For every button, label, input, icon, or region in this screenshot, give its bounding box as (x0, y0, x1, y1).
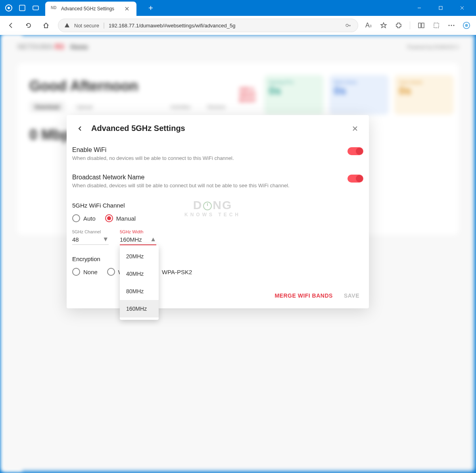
enable-wifi-desc: When disabled, no devices will be able t… (72, 155, 347, 161)
svg-point-13 (465, 24, 468, 27)
channel-select[interactable]: 5GHz Channel 48 ▼ (72, 229, 109, 245)
tab-close-icon[interactable] (125, 6, 131, 12)
address-field[interactable]: Not secure | 192.168.77.1/dumaweb/#webse… (58, 19, 358, 32)
screenshot-icon[interactable] (432, 21, 440, 29)
broadcast-desc: When disabled, devices will still be abl… (72, 183, 347, 188)
maximize-button[interactable] (432, 2, 450, 14)
svg-point-1 (8, 7, 10, 9)
broadcast-title: Broadcast Network Name (72, 174, 347, 181)
app-icon (5, 4, 13, 12)
modal-close-button[interactable] (351, 124, 359, 133)
broadcast-setting: Broadcast Network Name When disabled, de… (72, 169, 363, 196)
svg-rect-4 (439, 6, 442, 10)
password-icon[interactable] (344, 21, 352, 29)
channel-auto-radio[interactable]: Auto (72, 214, 96, 222)
width-select-label: 5GHz Width (120, 229, 156, 234)
favorite-icon[interactable] (380, 21, 388, 29)
tab-title: Advanced 5GHz Settings (61, 6, 121, 12)
browser-titlebar: ND Advanced 5GHz Settings (0, 0, 476, 16)
tab-favicon: ND (51, 6, 57, 12)
svg-rect-8 (434, 23, 439, 28)
encryption-none-radio[interactable]: None (72, 268, 98, 276)
svg-point-5 (346, 24, 348, 27)
modal-title: Advanced 5GHz Settings (91, 124, 185, 133)
radio-circle-icon (105, 214, 113, 222)
svg-point-10 (451, 25, 452, 26)
svg-rect-6 (418, 23, 421, 28)
more-icon[interactable] (447, 21, 455, 29)
encryption-title: Encryption (72, 256, 363, 262)
width-select-value: 160MHz (120, 236, 150, 243)
width-option-80[interactable]: 80MHz (120, 283, 159, 300)
width-dropdown: 20MHz 40MHz 80MHz 160MHz (120, 245, 159, 320)
security-label: Not secure (74, 23, 99, 29)
minimize-button[interactable] (410, 2, 428, 14)
enable-wifi-setting: Enable WiFi When disabled, no devices wi… (72, 142, 363, 169)
settings-modal: Advanced 5GHz Settings Enable WiFi When … (67, 115, 369, 308)
radio-circle-icon (107, 268, 115, 276)
close-window-button[interactable] (453, 2, 471, 14)
svg-rect-7 (422, 23, 424, 28)
url-text: 192.168.77.1/dumaweb/#websettings/wifi/a… (109, 23, 340, 29)
enable-wifi-toggle[interactable] (347, 147, 363, 155)
modal-back-button[interactable] (76, 125, 84, 133)
channel-section-title: 5GHz WiFi Channel (72, 202, 363, 209)
refresh-button[interactable] (23, 20, 34, 31)
width-select[interactable]: 5GHz Width 160MHz ▲ 20MHz 40MHz 80MHz 16… (120, 229, 156, 245)
enable-wifi-title: Enable WiFi (72, 146, 347, 154)
width-option-160[interactable]: 160MHz (120, 300, 159, 317)
new-tab-button[interactable] (145, 2, 156, 13)
broadcast-toggle[interactable] (347, 175, 363, 183)
security-warning-icon (64, 22, 70, 29)
svg-point-9 (449, 25, 450, 26)
channel-select-label: 5GHz Channel (72, 229, 109, 234)
merge-wifi-button[interactable]: MERGE WIFI BANDS (274, 292, 332, 299)
radio-circle-icon (72, 214, 80, 222)
read-aloud-icon[interactable]: A)) (365, 21, 372, 29)
chevron-up-icon: ▲ (150, 236, 156, 243)
channel-manual-radio[interactable]: Manual (105, 214, 136, 222)
radio-circle-icon (72, 268, 80, 276)
browser-tab[interactable]: ND Advanced 5GHz Settings (45, 2, 136, 16)
workspaces-icon[interactable] (18, 4, 26, 12)
tab-overview-icon[interactable] (32, 4, 40, 12)
chevron-down-icon: ▼ (102, 236, 109, 243)
width-option-40[interactable]: 40MHz (120, 265, 159, 283)
split-screen-icon[interactable] (417, 21, 425, 29)
copilot-icon[interactable] (463, 21, 470, 29)
home-button[interactable] (40, 20, 52, 31)
svg-rect-3 (33, 6, 38, 10)
extensions-icon[interactable] (395, 21, 403, 29)
back-button[interactable] (6, 20, 17, 31)
width-option-20[interactable]: 20MHz (120, 248, 159, 265)
browser-addressbar: Not secure | 192.168.77.1/dumaweb/#webse… (0, 16, 476, 35)
svg-rect-2 (19, 5, 25, 11)
svg-point-11 (453, 25, 455, 26)
encryption-wpa2-radio[interactable]: WPA-PSK2 (162, 269, 192, 275)
channel-select-value: 48 (72, 236, 102, 243)
save-button[interactable]: SAVE (344, 292, 359, 299)
